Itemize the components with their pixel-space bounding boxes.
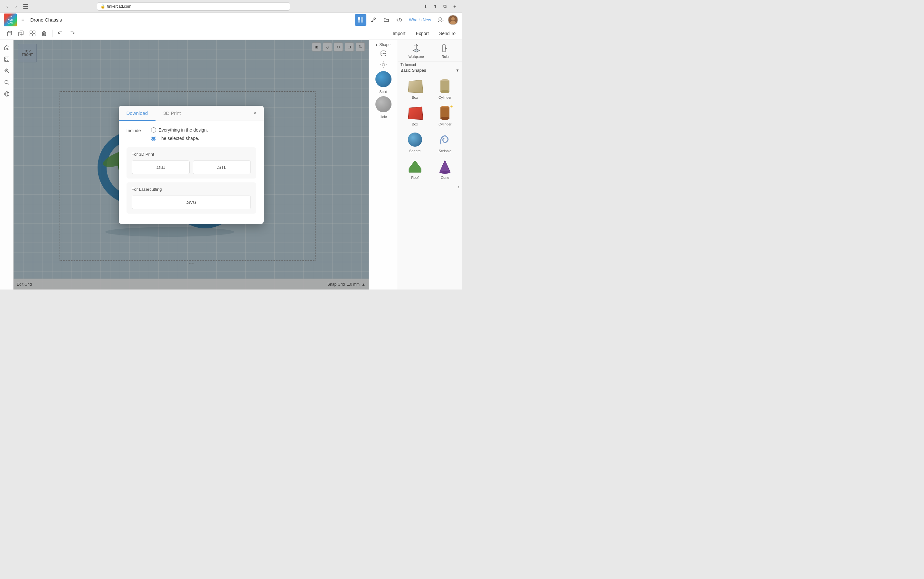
zoom-in-button[interactable]: [2, 65, 12, 76]
browser-sidebar-button[interactable]: [22, 3, 30, 10]
shape-chevron-icon: ▸: [376, 43, 378, 47]
left-panel: [0, 40, 13, 290]
shapes-grid: Box Cylinder: [398, 75, 462, 183]
material-icon-button[interactable]: [379, 49, 387, 58]
shape-header[interactable]: ▸ Shape: [376, 43, 391, 47]
3d-view-button[interactable]: [355, 14, 366, 26]
modal-overlay[interactable]: Download 3D Print × Include Everything i…: [13, 40, 369, 290]
canvas-area[interactable]: TOP FRONT: [13, 40, 369, 290]
download-tab[interactable]: Download: [119, 106, 156, 121]
shape-item-cylinder[interactable]: Cylinder: [431, 76, 460, 101]
browser-back-button[interactable]: ‹: [4, 3, 10, 10]
browser-newwindow-button[interactable]: ⧉: [441, 3, 448, 10]
cone-label: Cone: [441, 176, 449, 180]
basic-shapes-selector[interactable]: Basic Shapes ▼: [398, 67, 462, 75]
redo-button[interactable]: [67, 28, 77, 39]
main-area: TOP FRONT: [0, 40, 462, 290]
copy-to-clipboard-button[interactable]: [4, 28, 15, 39]
svg-line-54: [416, 44, 418, 46]
fit-all-button[interactable]: [2, 54, 12, 64]
workplane-tool[interactable]: Workplane: [409, 43, 424, 59]
sphere-thumb: [407, 131, 423, 148]
roof-thumb: [407, 158, 423, 175]
duplicate-button[interactable]: [15, 28, 26, 39]
svg-rect-4: [361, 17, 363, 20]
light-icon: [379, 61, 387, 69]
browser-addtab-button[interactable]: +: [451, 3, 458, 10]
svg-line-53: [414, 44, 416, 46]
roof-label: Roof: [411, 176, 419, 180]
svg-marker-68: [440, 160, 450, 172]
svg-point-47: [382, 63, 385, 66]
option-everything-label: Everything in the design.: [159, 128, 208, 132]
top-toolbar: TIN KER CAD ≡ Drone Chassis: [0, 13, 462, 27]
svg-rect-14: [7, 32, 11, 36]
shape-item-box[interactable]: Box: [400, 76, 430, 101]
tinkercad-logo: TIN KER CAD: [4, 13, 17, 26]
project-list-button[interactable]: ≡: [18, 15, 28, 25]
add-user-button[interactable]: [435, 14, 446, 26]
undo-button[interactable]: [55, 28, 66, 39]
selector-arrow-icon: ▼: [456, 68, 460, 73]
radio-everything[interactable]: [151, 128, 156, 132]
browser-share-button[interactable]: ⬆: [432, 3, 439, 10]
radio-selected[interactable]: [151, 136, 156, 141]
right-panel-tools: Workplane Ruler: [398, 40, 462, 61]
zoom-out-button[interactable]: [2, 77, 12, 87]
chevron-right-icon: ›: [458, 184, 460, 190]
user-avatar[interactable]: [448, 15, 458, 25]
whats-new-button[interactable]: What's New: [406, 16, 434, 23]
3d-print-format-buttons: .OBJ .STL: [132, 160, 251, 174]
send-to-button[interactable]: Send To: [437, 29, 458, 37]
export-button[interactable]: Export: [413, 29, 431, 37]
include-label: Include: [126, 128, 146, 133]
scribble-thumb: [437, 131, 453, 148]
svg-point-12: [451, 17, 455, 21]
stl-download-button[interactable]: .STL: [193, 160, 251, 174]
shape-item-scribble[interactable]: Scribble: [431, 129, 460, 155]
url-bar[interactable]: 🔒 tinkercad.com: [97, 2, 290, 11]
svg-rect-16: [20, 31, 23, 35]
shape-item-box-red[interactable]: Box: [400, 103, 430, 128]
shape-item-cone[interactable]: Cone: [431, 156, 460, 182]
import-button[interactable]: Import: [390, 29, 408, 37]
folder-button[interactable]: [381, 14, 392, 26]
option-everything[interactable]: Everything in the design.: [151, 128, 208, 132]
top-right-actions: Import Export Send To: [390, 29, 458, 37]
shape-item-roof[interactable]: Roof: [400, 156, 430, 182]
svg-rect-19: [30, 34, 32, 36]
svg-rect-2: [23, 8, 28, 9]
lock-icon: 🔒: [100, 4, 105, 9]
hole-shape-button[interactable]: [376, 96, 392, 112]
svg-point-63: [440, 90, 450, 93]
obj-download-button[interactable]: .OBJ: [132, 160, 190, 174]
3d-print-tab[interactable]: 3D Print: [156, 106, 188, 121]
browser-forward-button[interactable]: ›: [13, 3, 19, 10]
ruler-tool[interactable]: Ruler: [440, 43, 451, 59]
solid-shape-button[interactable]: [376, 71, 392, 87]
svg-download-button[interactable]: .SVG: [132, 196, 251, 209]
cylinder-brown-label: Cylinder: [438, 122, 451, 126]
box-tan-thumb: [407, 78, 423, 95]
group-button[interactable]: [27, 28, 38, 39]
svg-line-30: [8, 83, 9, 85]
modal-close-button[interactable]: ×: [249, 108, 261, 119]
modal-content: Include Everything in the design. The se…: [119, 121, 264, 224]
svg-point-8: [439, 18, 441, 20]
3d-print-section-title: For 3D Print: [132, 152, 251, 157]
option-selected[interactable]: The selected shape.: [151, 136, 208, 141]
app-container: TIN KER CAD ≡ Drone Chassis: [0, 13, 462, 290]
home-view-button[interactable]: [2, 43, 12, 53]
svg-rect-17: [30, 31, 32, 33]
basic-shapes-label: Basic Shapes: [400, 68, 426, 73]
svg-rect-15: [19, 32, 22, 36]
cone-thumb: [437, 158, 453, 175]
code-button[interactable]: [394, 14, 405, 26]
shape-item-sphere[interactable]: Sphere: [400, 129, 430, 155]
hammer-button[interactable]: [368, 14, 379, 26]
browser-download-button[interactable]: ⬇: [422, 3, 429, 10]
delete-button[interactable]: [39, 28, 49, 39]
browser-chrome: ‹ › 🔒 tinkercad.com ⬇ ⬆ ⧉ +: [0, 0, 462, 13]
globe-button[interactable]: [2, 89, 12, 99]
shape-item-cylinder-brown[interactable]: ★ Cylinder: [431, 103, 460, 128]
